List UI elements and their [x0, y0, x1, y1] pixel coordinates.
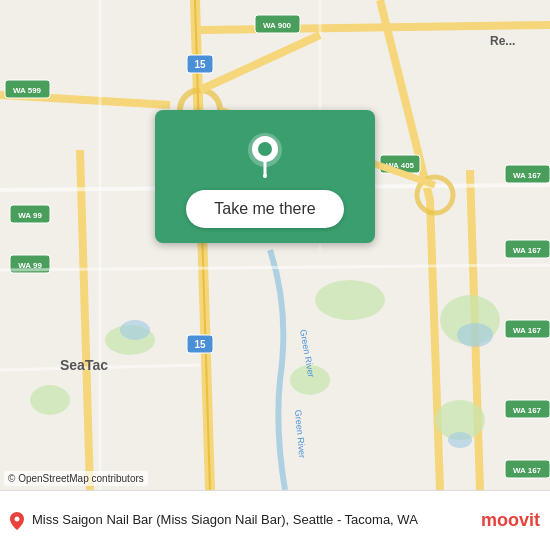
svg-text:WA 167: WA 167	[513, 466, 542, 475]
moovit-logo: moovit	[481, 510, 540, 531]
moovit-pin-icon	[10, 512, 24, 530]
moovit-logo-text: moovit	[481, 510, 540, 531]
bottom-bar: Miss Saigon Nail Bar (Miss Siagon Nail B…	[0, 490, 550, 550]
location-panel: Take me there	[155, 110, 375, 243]
svg-text:WA 99: WA 99	[18, 211, 42, 220]
svg-text:SeaTac: SeaTac	[60, 357, 108, 373]
svg-point-36	[457, 323, 493, 347]
svg-text:WA 599: WA 599	[13, 86, 42, 95]
svg-point-31	[30, 385, 70, 415]
svg-text:15: 15	[194, 59, 206, 70]
svg-point-44	[258, 142, 272, 156]
svg-point-37	[448, 432, 472, 448]
svg-text:15: 15	[194, 339, 206, 350]
svg-text:WA 900: WA 900	[263, 21, 292, 30]
map-container: 15 15 15 WA 99 WA 99 WA 599 WA 900 WA 40…	[0, 0, 550, 490]
svg-text:WA 167: WA 167	[513, 406, 542, 415]
take-me-there-button[interactable]: Take me there	[186, 190, 343, 228]
place-info: Miss Saigon Nail Bar (Miss Siagon Nail B…	[32, 511, 481, 529]
svg-text:WA 167: WA 167	[513, 326, 542, 335]
svg-text:Re...: Re...	[490, 34, 515, 48]
svg-point-27	[315, 280, 385, 320]
svg-text:WA 167: WA 167	[513, 171, 542, 180]
map-background: 15 15 15 WA 99 WA 99 WA 599 WA 900 WA 40…	[0, 0, 550, 490]
svg-text:WA 167: WA 167	[513, 246, 542, 255]
location-pin-icon	[245, 130, 285, 180]
svg-point-35	[120, 320, 150, 340]
svg-point-45	[263, 174, 267, 178]
map-attribution: © OpenStreetMap contributors	[4, 471, 148, 486]
